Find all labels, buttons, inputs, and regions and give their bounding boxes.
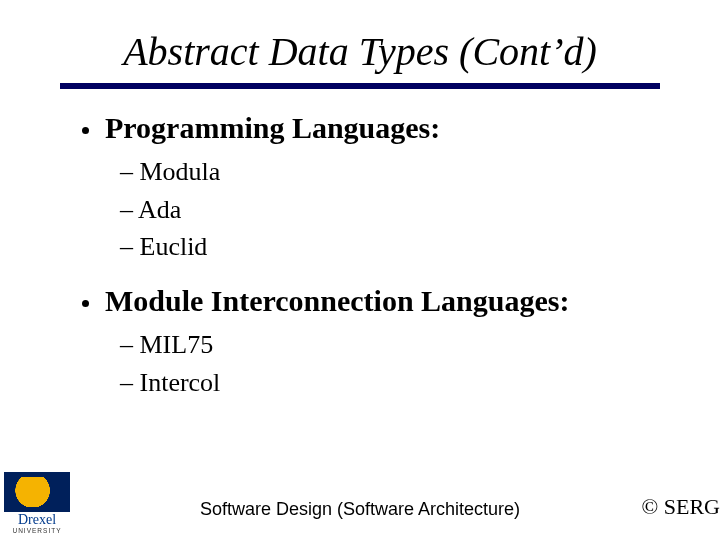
sub-item: – Ada — [120, 191, 660, 229]
slide-title: Abstract Data Types (Cont’d) — [0, 0, 720, 83]
title-underline — [60, 83, 660, 89]
sub-item-label: MIL75 — [140, 330, 214, 359]
sub-item: – Modula — [120, 153, 660, 191]
logo-subtext: UNIVERSITY — [4, 528, 70, 535]
sub-item: – Euclid — [120, 228, 660, 266]
sub-item-label: Intercol — [140, 368, 221, 397]
sub-item: – Intercol — [120, 364, 660, 402]
sub-item-label: Ada — [138, 195, 181, 224]
footer-center-text: Software Design (Software Architecture) — [0, 499, 720, 520]
sub-item-label: Euclid — [140, 232, 208, 261]
sub-list: – Modula – Ada – Euclid — [120, 153, 660, 266]
slide-body: Programming Languages: – Modula – Ada – … — [0, 111, 720, 401]
bullet-heading: Programming Languages: — [105, 111, 440, 145]
sub-item: – MIL75 — [120, 326, 660, 364]
bullet-dot-icon — [82, 300, 89, 307]
bullet-item: Module Interconnection Languages: — [82, 284, 660, 318]
sub-list: – MIL75 – Intercol — [120, 326, 660, 401]
bullet-heading: Module Interconnection Languages: — [105, 284, 569, 318]
footer-copyright: © SERG — [642, 494, 720, 520]
slide-footer: Drexel UNIVERSITY Software Design (Softw… — [0, 478, 720, 534]
bullet-item: Programming Languages: — [82, 111, 660, 145]
sub-item-label: Modula — [140, 157, 221, 186]
bullet-dot-icon — [82, 127, 89, 134]
